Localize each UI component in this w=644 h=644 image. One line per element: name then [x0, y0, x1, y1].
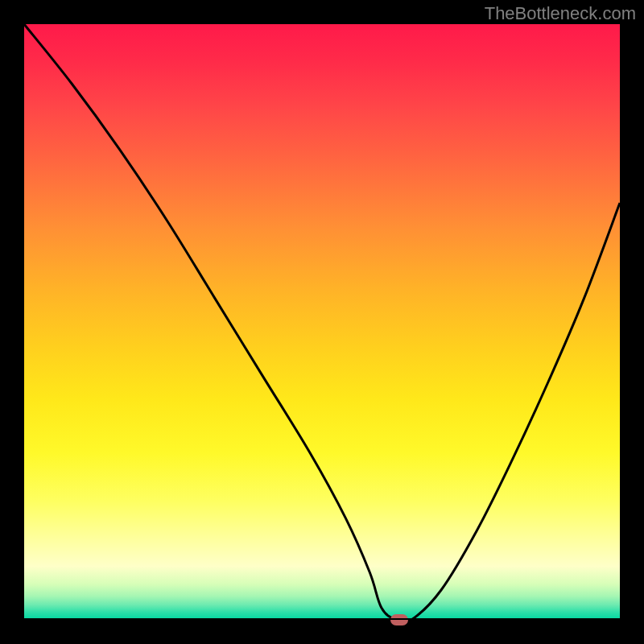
chart-plot-area: [24, 24, 620, 620]
bottleneck-curve: [24, 24, 620, 620]
x-axis: [24, 618, 620, 620]
optimal-point-marker: [390, 614, 408, 625]
attribution-label: TheBottleneck.com: [485, 3, 636, 24]
